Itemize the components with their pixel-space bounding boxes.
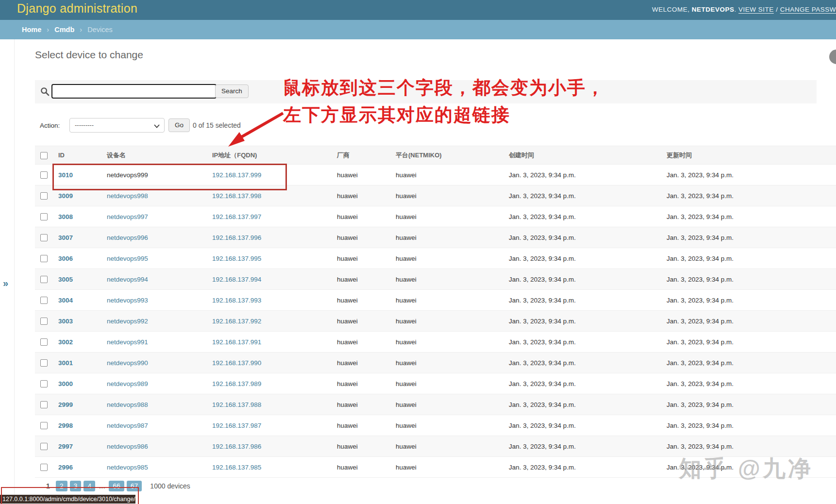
device-id-link[interactable]: 2997 bbox=[58, 443, 73, 450]
updated-cell: Jan. 3, 2023, 9:34 p.m. bbox=[662, 290, 836, 311]
created-cell: Jan. 3, 2023, 9:34 p.m. bbox=[504, 206, 662, 227]
updated-cell: Jan. 3, 2023, 9:34 p.m. bbox=[662, 332, 836, 353]
created-cell: Jan. 3, 2023, 9:34 p.m. bbox=[504, 248, 662, 269]
platform-cell: huawei bbox=[391, 457, 504, 478]
created-cell: Jan. 3, 2023, 9:34 p.m. bbox=[504, 227, 662, 248]
device-ip-link[interactable]: 192.168.137.989 bbox=[212, 380, 261, 387]
row-checkbox[interactable] bbox=[40, 380, 48, 387]
change-password-link[interactable]: CHANGE PASSWORD bbox=[780, 6, 836, 13]
device-ip-link[interactable]: 192.168.137.992 bbox=[212, 318, 261, 325]
device-id-link[interactable]: 3008 bbox=[58, 213, 73, 220]
row-checkbox[interactable] bbox=[40, 464, 48, 471]
created-cell: Jan. 3, 2023, 9:34 p.m. bbox=[504, 457, 662, 478]
device-name-link[interactable]: netdevops996 bbox=[107, 234, 148, 241]
device-name-link[interactable]: netdevops998 bbox=[107, 192, 148, 200]
platform-cell: huawei bbox=[391, 185, 504, 206]
device-name-link[interactable]: netdevops987 bbox=[107, 422, 148, 429]
breadcrumb-cmdb[interactable]: Cmdb bbox=[54, 26, 74, 34]
selection-counter: 0 of 15 selected bbox=[193, 121, 241, 129]
created-cell: Jan. 3, 2023, 9:34 p.m. bbox=[504, 332, 662, 353]
row-checkbox[interactable] bbox=[40, 422, 48, 429]
breadcrumb-home[interactable]: Home bbox=[22, 26, 41, 34]
device-id-link[interactable]: 3006 bbox=[58, 255, 73, 262]
device-name-link[interactable]: netdevops991 bbox=[107, 338, 148, 346]
device-row: 3004netdevops993192.168.137.993huaweihua… bbox=[35, 290, 836, 311]
device-id-link[interactable]: 3002 bbox=[58, 338, 73, 346]
device-name-link[interactable]: netdevops988 bbox=[107, 401, 148, 408]
device-id-link[interactable]: 3001 bbox=[58, 359, 73, 367]
vendor-cell: huawei bbox=[332, 206, 391, 227]
vendor-cell: huawei bbox=[332, 332, 391, 353]
vendor-cell: huawei bbox=[332, 269, 391, 290]
device-name-link[interactable]: netdevops997 bbox=[107, 213, 148, 220]
device-ip-link[interactable]: 192.168.137.997 bbox=[212, 213, 261, 220]
row-checkbox[interactable] bbox=[40, 443, 48, 450]
row-checkbox[interactable] bbox=[40, 338, 48, 346]
watermark: 知乎 @九净 bbox=[679, 454, 813, 484]
device-name-link[interactable]: netdevops993 bbox=[107, 297, 148, 304]
column-header-ip[interactable]: IP地址（FQDN) bbox=[207, 146, 332, 165]
created-cell: Jan. 3, 2023, 9:34 p.m. bbox=[504, 394, 662, 415]
branding-bar: Django administration WELCOME, NETDEVOPS… bbox=[0, 0, 836, 20]
row-checkbox[interactable] bbox=[40, 359, 48, 367]
row-checkbox[interactable] bbox=[40, 297, 48, 304]
search-icon bbox=[40, 87, 50, 96]
device-name-link[interactable]: netdevops985 bbox=[107, 464, 148, 471]
row-checkbox[interactable] bbox=[40, 318, 48, 325]
action-select[interactable]: --------- bbox=[69, 118, 165, 133]
sidebar-expand-toggle[interactable]: » bbox=[3, 278, 8, 289]
row-checkbox[interactable] bbox=[40, 234, 48, 241]
device-id-link[interactable]: 3003 bbox=[58, 318, 73, 325]
link-separator: / bbox=[776, 6, 778, 13]
device-name-link[interactable]: netdevops994 bbox=[107, 276, 148, 283]
device-row: 3001netdevops990192.168.137.990huaweihua… bbox=[35, 353, 836, 373]
row-checkbox[interactable] bbox=[40, 213, 48, 220]
device-id-link[interactable]: 3009 bbox=[58, 192, 73, 200]
platform-cell: huawei bbox=[391, 436, 504, 457]
device-ip-link[interactable]: 192.168.137.998 bbox=[212, 192, 261, 200]
updated-cell: Jan. 3, 2023, 9:34 p.m. bbox=[662, 165, 836, 185]
device-ip-link[interactable]: 192.168.137.996 bbox=[212, 234, 261, 241]
device-name-link[interactable]: netdevops990 bbox=[107, 359, 148, 367]
row-checkbox[interactable] bbox=[40, 192, 48, 200]
device-ip-link[interactable]: 192.168.137.985 bbox=[212, 464, 261, 471]
column-header-id[interactable]: ID bbox=[53, 146, 102, 165]
column-header-name[interactable]: 设备名 bbox=[102, 146, 207, 165]
device-name-link[interactable]: netdevops995 bbox=[107, 255, 148, 262]
device-name-link[interactable]: netdevops986 bbox=[107, 443, 148, 450]
search-button[interactable]: Search bbox=[215, 84, 249, 98]
device-id-link[interactable]: 2996 bbox=[58, 464, 73, 471]
device-row: 3005netdevops994192.168.137.994huaweihua… bbox=[35, 269, 836, 290]
select-all-checkbox[interactable] bbox=[40, 152, 48, 159]
view-site-link[interactable]: VIEW SITE bbox=[738, 6, 774, 13]
device-id-link[interactable]: 3007 bbox=[58, 234, 73, 241]
device-id-link[interactable]: 3004 bbox=[58, 297, 73, 304]
search-input[interactable] bbox=[51, 84, 217, 99]
device-ip-link[interactable]: 192.168.137.988 bbox=[212, 401, 261, 408]
device-name-link[interactable]: netdevops989 bbox=[107, 380, 148, 387]
device-ip-link[interactable]: 192.168.137.991 bbox=[212, 338, 261, 346]
row-checkbox[interactable] bbox=[40, 276, 48, 283]
device-id-link[interactable]: 2998 bbox=[58, 422, 73, 429]
device-id-link[interactable]: 2999 bbox=[58, 401, 73, 408]
device-name-link[interactable]: netdevops992 bbox=[107, 318, 148, 325]
device-id-link[interactable]: 3005 bbox=[58, 276, 73, 283]
vendor-cell: huawei bbox=[332, 311, 391, 332]
row-checkbox[interactable] bbox=[40, 255, 48, 262]
device-ip-link[interactable]: 192.168.137.994 bbox=[212, 276, 261, 283]
corner-circle-button[interactable] bbox=[829, 50, 836, 64]
device-id-link[interactable]: 3000 bbox=[58, 380, 73, 387]
device-ip-link[interactable]: 192.168.137.986 bbox=[212, 443, 261, 450]
device-ip-link[interactable]: 192.168.137.990 bbox=[212, 359, 261, 367]
vendor-cell: huawei bbox=[332, 165, 391, 185]
device-ip-link[interactable]: 192.168.137.995 bbox=[212, 255, 261, 262]
row-checkbox[interactable] bbox=[40, 401, 48, 408]
device-ip-link[interactable]: 192.168.137.987 bbox=[212, 422, 261, 429]
device-ip-link[interactable]: 192.168.137.993 bbox=[212, 297, 261, 304]
platform-cell: huawei bbox=[391, 353, 504, 373]
row-checkbox[interactable] bbox=[40, 171, 48, 179]
welcome-text: WELCOME, bbox=[652, 6, 690, 13]
updated-cell: Jan. 3, 2023, 9:34 p.m. bbox=[662, 415, 836, 436]
updated-cell: Jan. 3, 2023, 9:34 p.m. bbox=[662, 185, 836, 206]
go-button[interactable]: Go bbox=[168, 118, 190, 132]
